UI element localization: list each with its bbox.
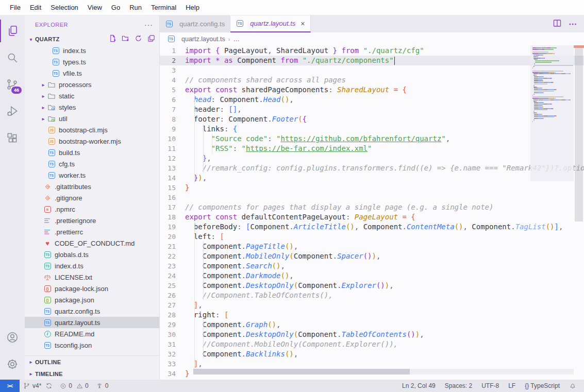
tree-item-index-ts[interactable]: TSindex.ts (25, 45, 159, 56)
menu-file[interactable]: File (5, 2, 25, 13)
tree-item-static[interactable]: ▸static (25, 90, 159, 101)
breadcrumb-file[interactable]: quartz.layout.ts (181, 36, 225, 43)
code-line-8[interactable]: 8 footer: Component.Footer({ (160, 114, 584, 124)
tree-item-tsconfig-json[interactable]: TStsconfig.json (25, 339, 159, 351)
tree-item-index-d-ts[interactable]: TSindex.d.ts (25, 260, 159, 271)
source-control-icon[interactable]: 46 (0, 73, 25, 96)
code-line-15[interactable]: 15} (160, 183, 584, 193)
horizontal-scrollbar-slider[interactable] (193, 369, 410, 374)
tree-item--prettierignore[interactable]: .prettierignore (25, 215, 159, 226)
code-line-12[interactable]: 12 }, (160, 154, 584, 163)
code-editor[interactable]: 1import { PageLayout, SharedLayout } fro… (160, 45, 584, 380)
tree-item-package-json[interactable]: {}package.json (25, 294, 159, 305)
refresh-icon[interactable] (135, 35, 142, 44)
remote-indicator[interactable]: >< (0, 380, 20, 392)
tab-quartz-config-ts[interactable]: TSquartz.config.ts (160, 15, 230, 32)
chevron-right-icon[interactable]: ▸ (39, 116, 47, 122)
vertical-scrollbar-slider[interactable] (575, 45, 583, 221)
code-line-22[interactable]: 22 Component.MobileOnly(Component.Spacer… (160, 251, 584, 261)
code-line-5[interactable]: 5export const sharedPageComponents: Shar… (160, 85, 584, 95)
code-line-1[interactable]: 1import { PageLayout, SharedLayout } fro… (160, 46, 584, 56)
bell-icon[interactable] (564, 380, 581, 392)
tree-item-license-txt[interactable]: LICENSE.txt (25, 271, 159, 283)
code-area[interactable]: 1import { PageLayout, SharedLayout } fro… (160, 45, 584, 380)
chevron-right-icon[interactable]: ▸ (39, 105, 47, 110)
code-line-26[interactable]: 26 //Component.TableOfContents(), (160, 291, 584, 300)
tree-item-types-ts[interactable]: TStypes.ts (25, 56, 159, 67)
horizontal-scrollbar[interactable] (193, 369, 574, 374)
editor-more-actions-icon[interactable]: ⋯ (569, 19, 577, 29)
account-icon[interactable] (0, 326, 25, 349)
code-line-28[interactable]: 28 right: [ (160, 310, 584, 320)
code-line-16[interactable]: 16 (160, 193, 584, 202)
menu-go[interactable]: Go (107, 2, 125, 13)
tree-item-package-lock-json[interactable]: {}package-lock.json (25, 283, 159, 294)
breadcrumb-symbol[interactable]: … (233, 36, 240, 43)
tree-item-cfg-ts[interactable]: TScfg.ts (25, 158, 159, 169)
extensions-icon[interactable] (0, 127, 25, 149)
chevron-right-icon[interactable]: ▸ (39, 82, 47, 88)
explorer-icon[interactable] (0, 20, 25, 42)
code-line-23[interactable]: 23 Component.Search(), (160, 261, 584, 271)
tree-item--npmrc[interactable]: n.npmrc (25, 203, 159, 215)
code-line-32[interactable]: 32 Component.Backlinks(), (160, 349, 584, 359)
outline-section[interactable]: ▸ OUTLINE (25, 356, 159, 368)
menu-edit[interactable]: Edit (25, 2, 46, 13)
code-line-7[interactable]: 7 header: [], (160, 105, 584, 114)
code-line-31[interactable]: 31 //Component.MobileOnly(Component.Expl… (160, 339, 584, 349)
code-line-9[interactable]: 9 links: { (160, 124, 584, 134)
tree-item-processors[interactable]: ▸processors (25, 79, 159, 90)
tree-item-worker-ts[interactable]: TSworker.ts (25, 169, 159, 181)
code-line-21[interactable]: 21 Component.PageTitle(), (160, 242, 584, 251)
ports-item[interactable]: 0 (92, 380, 112, 392)
tree-item-util[interactable]: ▸util (25, 113, 159, 124)
tree-item--gitattributes[interactable]: .gitattributes (25, 181, 159, 192)
tab-quartz-layout-ts[interactable]: TSquartz.layout.ts× (230, 15, 310, 32)
code-line-20[interactable]: 20 left: [ (160, 232, 584, 242)
code-line-27[interactable]: 27 ], (160, 300, 584, 310)
collapse-folders-icon[interactable] (147, 35, 155, 44)
tree-item-vfile-ts[interactable]: TSvfile.ts (25, 67, 159, 79)
code-line-19[interactable]: 19 beforeBody: [Component.ArticleTitle()… (160, 222, 584, 232)
chevron-right-icon[interactable]: ▸ (39, 93, 47, 99)
tree-item--prettierrc[interactable]: .prettierrc (25, 226, 159, 237)
menu-help[interactable]: Help (181, 2, 204, 13)
tree-item-bootstrap-cli-mjs[interactable]: JSbootstrap-cli.mjs (25, 124, 159, 135)
tree-item-readme-md[interactable]: iREADME.md (25, 328, 159, 339)
menu-view[interactable]: View (83, 2, 107, 13)
code-line-13[interactable]: 13 //remark_config: config.plugins.trans… (160, 163, 584, 173)
menu-terminal[interactable]: Terminal (146, 2, 181, 13)
status-language-mode[interactable]: {} TypeScript (520, 380, 564, 392)
new-file-icon[interactable] (109, 35, 116, 44)
code-line-18[interactable]: 18export const defaultContentPageLayout:… (160, 212, 584, 222)
code-line-25[interactable]: 25 Component.DesktopOnly(Component.Explo… (160, 281, 584, 291)
code-line-33[interactable]: 33 ], (160, 359, 584, 369)
status-encoding[interactable]: UTF-8 (477, 380, 504, 392)
code-line-29[interactable]: 29 Component.Graph(), (160, 320, 584, 330)
tree-item-code-of-conduct-md[interactable]: ♥CODE_OF_CONDUCT.md (25, 237, 159, 249)
code-line-30[interactable]: 30 Component.DesktopOnly(Component.Table… (160, 330, 584, 339)
code-line-10[interactable]: 10 "Source code": "https://github.com/bf… (160, 134, 584, 144)
problems-item[interactable]: 0 0 (56, 380, 92, 392)
new-folder-icon[interactable] (122, 35, 129, 44)
tree-item-quartz-config-ts[interactable]: TSquartz.config.ts (25, 305, 159, 317)
tree-item-bootstrap-worker-mjs[interactable]: JSbootstrap-worker.mjs (25, 135, 159, 147)
search-icon[interactable] (0, 46, 25, 69)
run-debug-icon[interactable] (0, 100, 25, 123)
close-icon[interactable]: × (301, 20, 305, 28)
settings-gear-icon[interactable] (0, 353, 25, 376)
status-eol[interactable]: LF (504, 380, 520, 392)
code-line-4[interactable]: 4// components shared across all pages (160, 75, 584, 85)
sidebar-more-actions[interactable]: ··· (144, 21, 153, 29)
tree-item-styles[interactable]: ▸styles (25, 101, 159, 113)
menu-selection[interactable]: Selection (46, 2, 82, 13)
timeline-section[interactable]: ▸ TIMELINE (25, 368, 159, 380)
minimap[interactable] (530, 45, 574, 181)
code-line-24[interactable]: 24 Component.Darkmode(), (160, 271, 584, 281)
git-branch-item[interactable]: v4* (20, 380, 56, 392)
vertical-scrollbar[interactable] (574, 45, 584, 380)
status-cursor-position[interactable]: Ln 2, Col 49 (397, 380, 440, 392)
menu-run[interactable]: Run (125, 2, 146, 13)
tree-item-globals-d-ts[interactable]: TSglobals.d.ts (25, 249, 159, 260)
tree-item-build-ts[interactable]: TSbuild.ts (25, 147, 159, 158)
